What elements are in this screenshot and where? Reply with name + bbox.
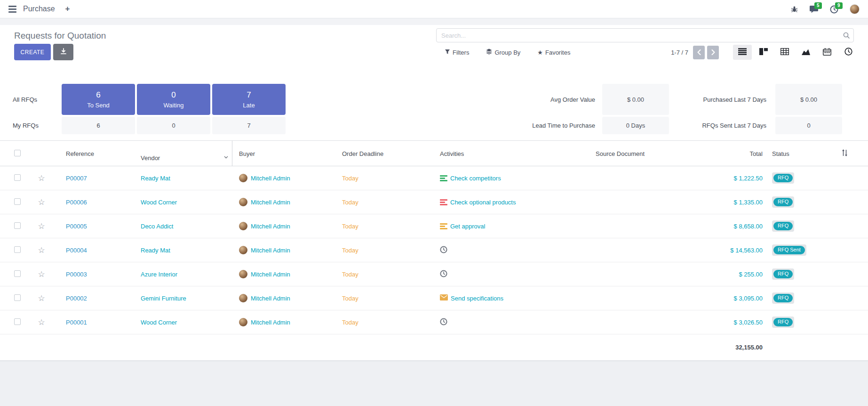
- vendor-link[interactable]: Wood Corner: [134, 199, 232, 206]
- header-activities[interactable]: Activities: [433, 150, 589, 157]
- reference-link[interactable]: P00004: [54, 247, 134, 254]
- pager-previous-button[interactable]: [693, 46, 705, 59]
- reference-link[interactable]: P00001: [54, 319, 134, 326]
- star-icon[interactable]: ☆: [38, 246, 45, 255]
- search-input[interactable]: [436, 28, 854, 42]
- kpi-my-waiting[interactable]: 0: [137, 117, 210, 134]
- messages-icon[interactable]: 5: [809, 5, 819, 13]
- kpi-card-waiting[interactable]: 0 Waiting: [137, 84, 210, 115]
- row-checkbox[interactable]: [14, 294, 21, 301]
- select-all-checkbox[interactable]: [14, 150, 21, 156]
- calendar-view-button[interactable]: [818, 45, 836, 60]
- activity-list-icon: [440, 175, 447, 181]
- list-view-button[interactable]: [733, 45, 752, 60]
- vendor-link[interactable]: Azure Interior: [134, 271, 232, 278]
- status-badge: RFQ: [772, 292, 794, 303]
- filters-button[interactable]: Filters: [445, 49, 469, 56]
- kpi-my-to-send[interactable]: 6: [62, 117, 135, 134]
- table-row[interactable]: ☆ P00005 Deco Addict Mitchell Admin Toda…: [0, 214, 868, 238]
- star-icon[interactable]: ☆: [38, 294, 45, 303]
- search-icon[interactable]: [843, 32, 850, 41]
- vendor-link[interactable]: Ready Mat: [134, 175, 232, 182]
- table-row[interactable]: ☆ P00006 Wood Corner Mitchell Admin Toda…: [0, 190, 868, 214]
- table-row[interactable]: ☆ P00003 Azure Interior Mitchell Admin T…: [0, 262, 868, 286]
- reference-link[interactable]: P00002: [54, 295, 134, 302]
- row-checkbox[interactable]: [14, 270, 21, 277]
- plus-icon[interactable]: +: [65, 4, 70, 14]
- activity-cell[interactable]: Send specifications: [433, 294, 589, 302]
- kpi-card-to-send[interactable]: 6 To Send: [62, 84, 135, 115]
- reference-link[interactable]: P00005: [54, 223, 134, 230]
- order-deadline: Today: [335, 295, 433, 302]
- header-total[interactable]: Total: [717, 150, 764, 157]
- activity-clock-icon: [440, 246, 447, 255]
- apps-menu-icon[interactable]: [8, 6, 16, 13]
- table-row[interactable]: ☆ P00002 Gemini Furniture Mitchell Admin…: [0, 286, 868, 310]
- activity-view-button[interactable]: [839, 45, 858, 60]
- total-amount: $ 3,026.50: [717, 319, 764, 326]
- header-status[interactable]: Status: [764, 150, 835, 157]
- row-checkbox[interactable]: [14, 246, 21, 253]
- activities-clock-icon[interactable]: 9: [830, 5, 838, 14]
- buyer-cell[interactable]: Mitchell Admin: [232, 198, 335, 206]
- kpi-card-late[interactable]: 7 Late: [212, 84, 286, 115]
- group-by-button[interactable]: Group By: [486, 49, 520, 56]
- export-button[interactable]: [53, 44, 73, 60]
- header-buyer[interactable]: Buyer: [232, 150, 335, 157]
- vendor-link[interactable]: Wood Corner: [134, 319, 232, 326]
- buyer-cell[interactable]: Mitchell Admin: [232, 222, 335, 230]
- activity-cell[interactable]: [433, 270, 589, 279]
- header-order-deadline[interactable]: Order Deadline: [335, 150, 433, 157]
- star-icon[interactable]: ☆: [38, 270, 45, 279]
- buyer-cell[interactable]: Mitchell Admin: [232, 246, 335, 254]
- row-checkbox[interactable]: [14, 198, 21, 205]
- graph-view-button[interactable]: [796, 45, 815, 60]
- filter-my-rfqs[interactable]: My RFQs: [13, 117, 39, 134]
- star-icon[interactable]: ☆: [38, 222, 45, 231]
- row-checkbox[interactable]: [14, 318, 21, 325]
- star-icon[interactable]: ☆: [38, 198, 45, 207]
- buyer-cell[interactable]: Mitchell Admin: [232, 318, 335, 326]
- row-checkbox[interactable]: [14, 222, 21, 229]
- activity-list-icon: [440, 199, 447, 205]
- favorites-button[interactable]: ★ Favorites: [537, 49, 570, 56]
- avatar: [239, 198, 247, 206]
- buyer-cell[interactable]: Mitchell Admin: [232, 174, 335, 182]
- kpi-my-late[interactable]: 7: [212, 117, 286, 134]
- table-row[interactable]: ☆ P00004 Ready Mat Mitchell Admin Today …: [0, 238, 868, 262]
- star-icon[interactable]: ☆: [38, 174, 45, 183]
- table-row[interactable]: ☆ P00001 Wood Corner Mitchell Admin Toda…: [0, 310, 868, 334]
- activity-cell[interactable]: Check competitors: [433, 175, 589, 182]
- user-avatar[interactable]: [850, 4, 860, 14]
- reference-link[interactable]: P00006: [54, 199, 134, 206]
- header-vendor[interactable]: Vendor: [134, 141, 232, 166]
- vendor-link[interactable]: Ready Mat: [134, 247, 232, 254]
- vendor-link[interactable]: Deco Addict: [134, 223, 232, 230]
- activity-cell[interactable]: [433, 318, 589, 327]
- vendor-link[interactable]: Gemini Furniture: [134, 295, 232, 302]
- activity-cell[interactable]: Get approval: [433, 223, 589, 230]
- activity-cell[interactable]: Check optional products: [433, 199, 589, 206]
- debug-bug-icon[interactable]: [791, 6, 798, 13]
- star-icon[interactable]: ☆: [38, 318, 45, 327]
- header-reference[interactable]: Reference: [54, 150, 134, 157]
- pager-next-button[interactable]: [707, 46, 719, 59]
- table-row[interactable]: ☆ P00007 Ready Mat Mitchell Admin Today …: [0, 166, 868, 190]
- buyer-cell[interactable]: Mitchell Admin: [232, 270, 335, 278]
- filter-all-rfqs[interactable]: All RFQs: [13, 84, 37, 115]
- kanban-view-button[interactable]: [754, 45, 773, 60]
- pivot-view-button[interactable]: [775, 45, 794, 60]
- optional-columns-icon[interactable]: [841, 149, 848, 158]
- activity-cell[interactable]: [433, 246, 589, 255]
- main-content: Requests for Quotation CREATE: [0, 25, 868, 361]
- kpi-label: To Send: [87, 102, 110, 109]
- buyer-name: Mitchell Admin: [251, 271, 290, 278]
- header-source-document[interactable]: Source Document: [589, 150, 717, 157]
- app-name[interactable]: Purchase: [23, 5, 55, 13]
- reference-link[interactable]: P00003: [54, 271, 134, 278]
- row-checkbox[interactable]: [14, 174, 21, 181]
- chevron-down-icon: [224, 147, 228, 160]
- buyer-cell[interactable]: Mitchell Admin: [232, 294, 335, 302]
- reference-link[interactable]: P00007: [54, 175, 134, 182]
- create-button[interactable]: CREATE: [14, 44, 51, 60]
